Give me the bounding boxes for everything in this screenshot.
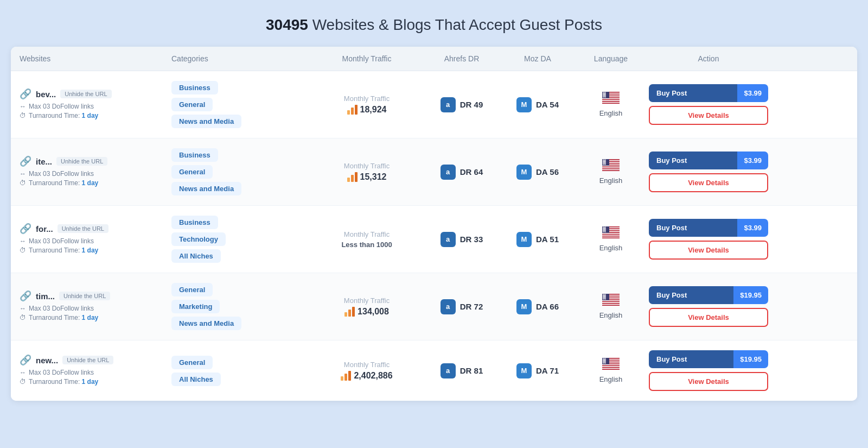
svg-point-98 (605, 163, 605, 164)
svg-point-47 (603, 97, 603, 97)
svg-rect-160 (602, 300, 620, 301)
view-details-button[interactable]: View Details (649, 308, 768, 327)
svg-point-119 (604, 227, 605, 228)
buy-post-button[interactable]: Buy Post $19.95 (649, 286, 768, 304)
svg-point-137 (604, 230, 605, 230)
table-row: 🔗 bev... Unhide the URL ↔ Max 03 DoFollo… (11, 71, 857, 138)
buy-post-label: Buy Post (649, 350, 733, 368)
svg-point-236 (604, 360, 604, 361)
svg-point-169 (603, 294, 603, 295)
language-label: English (599, 375, 623, 383)
svg-point-12 (603, 92, 604, 92)
svg-point-81 (603, 161, 603, 162)
dofollow-info: ↔ Max 03 DoFollow links (20, 103, 171, 110)
svg-point-166 (604, 294, 604, 294)
svg-point-122 (603, 228, 604, 228)
svg-point-76 (605, 160, 606, 161)
moz-badge: M (516, 97, 532, 112)
col-action: Action (649, 54, 768, 63)
svg-point-84 (605, 161, 605, 162)
unhide-url-button[interactable]: Unhide the URL (58, 224, 108, 233)
unhide-url-button[interactable]: Unhide the URL (59, 292, 110, 300)
view-details-button[interactable]: View Details (649, 106, 768, 125)
language-label: English (599, 176, 623, 185)
svg-point-40 (604, 96, 604, 96)
svg-point-36 (604, 95, 605, 96)
svg-point-139 (603, 230, 603, 231)
ahrefs-badge: a (441, 165, 456, 180)
svg-point-123 (604, 228, 604, 228)
svg-point-85 (605, 161, 606, 162)
svg-point-63 (603, 159, 603, 160)
svg-point-175 (604, 295, 604, 295)
svg-rect-213 (602, 366, 620, 367)
table-row: 🔗 ite... Unhide the URL ↔ Max 03 DoFollo… (11, 138, 857, 206)
svg-point-164 (603, 294, 603, 294)
traffic-label: Monthly Traffic (312, 230, 421, 238)
unhide-url-button[interactable]: Unhide the URL (62, 356, 113, 364)
da-cell: M DA 71 (502, 363, 573, 378)
website-cell: 🔗 for... Unhide the URL ↔ Max 03 DoFollo… (20, 223, 171, 256)
links-icon: ↔ (20, 305, 26, 312)
svg-point-148 (603, 231, 603, 232)
traffic-label: Monthly Traffic (312, 94, 421, 103)
svg-point-251 (605, 362, 605, 363)
buy-post-label: Buy Post (649, 286, 733, 304)
svg-point-89 (605, 162, 605, 163)
svg-point-186 (605, 296, 606, 296)
svg-point-199 (605, 298, 605, 299)
buy-post-button[interactable]: Buy Post $3.99 (649, 219, 768, 237)
svg-point-218 (604, 358, 604, 358)
svg-point-103 (605, 164, 606, 165)
website-name: new... (36, 356, 58, 365)
svg-point-101 (604, 164, 604, 165)
svg-point-87 (604, 162, 604, 163)
svg-point-70 (604, 160, 605, 160)
buy-post-button[interactable]: Buy Post $3.99 (649, 84, 768, 102)
ahrefs-badge: a (441, 232, 456, 247)
view-details-button[interactable]: View Details (649, 173, 768, 192)
svg-point-248 (603, 362, 603, 363)
clock-icon: ⏱ (20, 247, 26, 254)
unhide-url-button[interactable]: Unhide the URL (60, 90, 111, 98)
traffic-cell: Monthly Traffic 134,008 (312, 296, 421, 317)
svg-point-225 (603, 359, 603, 359)
svg-point-95 (603, 163, 603, 164)
clock-icon: ⏱ (20, 314, 26, 321)
svg-point-247 (605, 362, 606, 362)
links-icon: ↔ (20, 170, 26, 178)
svg-point-45 (604, 96, 605, 97)
da-value: DA 51 (536, 235, 559, 244)
svg-point-141 (604, 230, 604, 231)
svg-point-227 (604, 359, 604, 359)
categories-cell: BusinessTechnologyAll Niches (171, 216, 312, 263)
traffic-label: Monthly Traffic (312, 296, 421, 305)
us-flag-icon (573, 159, 649, 174)
svg-point-49 (604, 97, 604, 97)
svg-point-27 (604, 93, 605, 94)
da-value: DA 66 (536, 302, 559, 311)
svg-point-20 (603, 93, 603, 93)
buy-post-button[interactable]: Buy Post $19.95 (649, 350, 768, 368)
svg-rect-205 (341, 376, 343, 381)
table-row: 🔗 new... Unhide the URL ↔ Max 03 DoFollo… (11, 340, 857, 401)
view-details-button[interactable]: View Details (649, 241, 768, 260)
svg-point-232 (604, 359, 605, 360)
moz-badge: M (516, 299, 532, 314)
svg-point-42 (605, 96, 606, 96)
svg-point-97 (604, 163, 605, 164)
buy-post-price: $19.95 (733, 286, 768, 304)
svg-point-181 (605, 295, 605, 296)
view-details-button[interactable]: View Details (649, 372, 768, 391)
dofollow-info: ↔ Max 03 DoFollow links (20, 369, 171, 376)
turnaround-info: ⏱ Turnaround Time: 1 day (20, 314, 171, 321)
svg-point-46 (605, 96, 605, 97)
svg-point-124 (605, 228, 605, 228)
dr-cell: a DR 33 (421, 232, 502, 247)
buy-post-button[interactable]: Buy Post $3.99 (649, 152, 768, 169)
website-cell: 🔗 ite... Unhide the URL ↔ Max 03 DoFollo… (20, 155, 171, 188)
svg-rect-9 (602, 102, 620, 103)
svg-point-150 (604, 231, 604, 232)
svg-point-127 (604, 228, 604, 229)
unhide-url-button[interactable]: Unhide the URL (56, 157, 107, 166)
